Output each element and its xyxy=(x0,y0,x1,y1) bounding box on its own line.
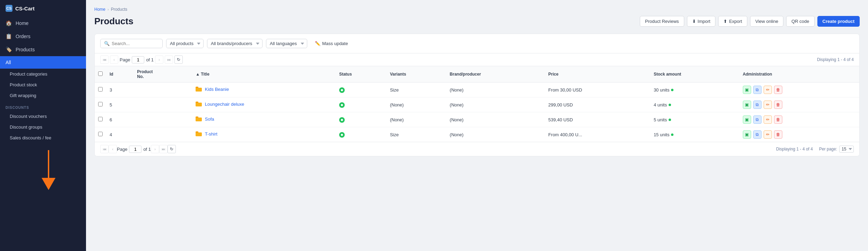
clone-button[interactable]: ▣ xyxy=(743,130,751,139)
col-title[interactable]: ▲ Title xyxy=(192,66,336,83)
view-online-button[interactable]: View online xyxy=(750,16,783,27)
copy-button[interactable]: ⧉ xyxy=(753,115,762,124)
bottom-page-number-input[interactable] xyxy=(129,146,141,153)
edit-button[interactable]: ✏ xyxy=(764,86,772,94)
row-brand: (None) xyxy=(446,112,545,127)
export-button[interactable]: ⬆ Export xyxy=(718,16,747,27)
export-icon: ⬆ xyxy=(723,19,727,24)
product-title-link[interactable]: Kids Beanie xyxy=(205,87,229,92)
sidebar-item-label: Orders xyxy=(16,34,31,39)
bottom-page-label: Page xyxy=(117,147,127,152)
products-icon: 🏷️ xyxy=(6,46,12,53)
row-status xyxy=(336,127,387,142)
sidebar-item-all[interactable]: All xyxy=(0,56,86,69)
row-checkbox-2[interactable] xyxy=(98,117,103,121)
row-variants: Size xyxy=(386,127,446,142)
sidebar-item-home[interactable]: 🏠 Home xyxy=(0,17,86,30)
sidebar-item-gift-wrapping[interactable]: Gift wrapping xyxy=(0,90,86,101)
page-of-label: of 1 xyxy=(146,57,154,62)
row-stock: 4 units xyxy=(650,97,739,112)
status-dot xyxy=(339,102,345,108)
next-page-button[interactable]: › xyxy=(155,55,163,64)
delete-button[interactable]: 🗑 xyxy=(774,115,782,124)
col-status: Status xyxy=(336,66,387,83)
bottom-prev-page-button[interactable]: ‹ xyxy=(109,145,117,153)
sidebar-item-discount-groups[interactable]: Discount groups xyxy=(0,122,86,132)
row-checkbox-3[interactable] xyxy=(98,132,103,136)
row-stock: 15 units xyxy=(650,127,739,142)
breadcrumb-home[interactable]: Home xyxy=(94,7,105,12)
refresh-button[interactable]: ↻ xyxy=(174,55,183,64)
bottom-next-page-button[interactable]: › xyxy=(151,145,159,153)
languages-filter-select[interactable]: All languages xyxy=(266,39,307,48)
mass-update-icon: ✏️ xyxy=(315,41,320,46)
page-label: Page xyxy=(120,57,130,62)
select-all-checkbox[interactable] xyxy=(98,71,103,76)
product-title-link[interactable]: Loungechair deluxe xyxy=(205,102,244,107)
sidebar-item-product-stock[interactable]: Product stock xyxy=(0,79,86,90)
sidebar-item-sales-discounts[interactable]: Sales discounts / fee xyxy=(0,132,86,143)
copy-button[interactable]: ⧉ xyxy=(753,86,762,94)
select-all-header xyxy=(95,66,106,83)
delete-button[interactable]: 🗑 xyxy=(774,101,782,109)
last-page-button[interactable]: ⏭ xyxy=(165,55,173,64)
table-row: 4 T-shirt Size (None) From 400,00 U... xyxy=(95,127,859,142)
product-reviews-button[interactable]: Product Reviews xyxy=(640,16,684,27)
home-icon: 🏠 xyxy=(6,20,12,26)
product-stock-label: Product stock xyxy=(10,82,37,87)
create-product-button[interactable]: Create product xyxy=(817,16,860,27)
first-page-button[interactable]: ⏮ xyxy=(100,55,109,64)
products-filter-select[interactable]: All products xyxy=(166,39,204,48)
edit-button[interactable]: ✏ xyxy=(764,101,772,109)
copy-button[interactable]: ⧉ xyxy=(753,130,762,139)
action-icons: ▣ ⧉ ✏ 🗑 xyxy=(743,130,856,139)
qr-code-button[interactable]: QR code xyxy=(786,16,814,27)
clone-button[interactable]: ▣ xyxy=(743,115,751,124)
col-product-no: ProductNo. xyxy=(134,66,192,83)
status-dot xyxy=(339,117,345,123)
bottom-last-page-button[interactable]: ⏭ xyxy=(159,145,167,153)
row-title: Sofa xyxy=(192,112,336,127)
sidebar-item-products[interactable]: 🏷️ Products xyxy=(0,43,86,56)
clone-button[interactable]: ▣ xyxy=(743,86,751,94)
row-status xyxy=(336,83,387,97)
bottom-refresh-button[interactable]: ↻ xyxy=(167,145,176,153)
row-id: 4 xyxy=(106,127,134,142)
prev-page-button[interactable]: ‹ xyxy=(110,55,118,64)
delete-button[interactable]: 🗑 xyxy=(774,86,782,94)
brands-filter-select[interactable]: All brands/producers xyxy=(207,39,263,48)
product-title-link[interactable]: T-shirt xyxy=(205,131,217,137)
page-number-input[interactable] xyxy=(132,56,144,63)
col-administration: Administration xyxy=(739,66,859,83)
sidebar-logo: CS CS-Cart xyxy=(0,0,86,17)
row-brand: (None) xyxy=(446,83,545,97)
sidebar-item-orders[interactable]: 📋 Orders xyxy=(0,30,86,43)
table-row: 3 Kids Beanie Size (None) From 30,00 USD xyxy=(95,83,859,97)
sidebar-item-discount-vouchers[interactable]: Discount vouchers xyxy=(0,111,86,122)
row-checkbox-1[interactable] xyxy=(98,102,103,106)
stock-dot xyxy=(669,119,671,121)
sidebar-item-product-categories[interactable]: Product categories xyxy=(0,69,86,79)
mass-update-button[interactable]: ✏️ Mass update xyxy=(311,39,352,48)
table-row: 6 Sofa (None) (None) 539,40 USD xyxy=(95,112,859,127)
row-checkbox-0[interactable] xyxy=(98,87,103,92)
delete-button[interactable]: 🗑 xyxy=(774,130,782,139)
edit-button[interactable]: ✏ xyxy=(764,115,772,124)
main-content: Home › Products Products Product Reviews… xyxy=(86,0,868,251)
row-product-no xyxy=(134,127,192,142)
status-dot xyxy=(339,132,345,138)
product-title-link[interactable]: Sofa xyxy=(205,116,214,122)
row-administration: ▣ ⧉ ✏ 🗑 xyxy=(739,97,859,112)
edit-button[interactable]: ✏ xyxy=(764,130,772,139)
search-input[interactable] xyxy=(112,41,159,46)
bottom-first-page-button[interactable]: ⏮ xyxy=(100,145,109,153)
filter-bar: 🔍 All products All brands/producers All … xyxy=(95,34,859,53)
row-variants: Size xyxy=(386,83,446,97)
clone-button[interactable]: ▣ xyxy=(743,101,751,109)
per-page-select[interactable]: 15 xyxy=(839,146,854,153)
import-button[interactable]: ⬇ Import xyxy=(687,16,716,27)
import-icon: ⬇ xyxy=(692,19,696,24)
sidebar-item-all-label: All xyxy=(6,60,11,65)
copy-button[interactable]: ⧉ xyxy=(753,101,762,109)
col-brand: Brand/producer xyxy=(446,66,545,83)
